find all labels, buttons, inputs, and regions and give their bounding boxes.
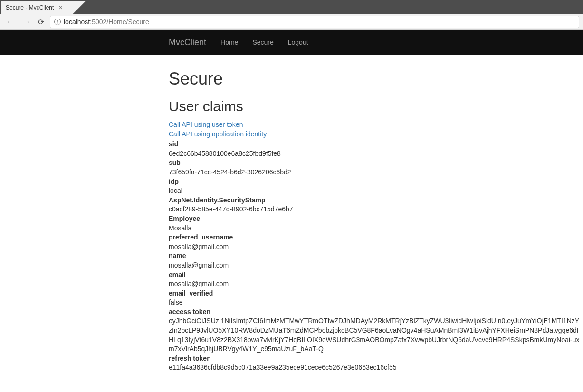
claim-access-token-label: access token <box>169 307 582 317</box>
info-icon[interactable]: i <box>54 19 61 25</box>
claim-refresh-token-value: e11fa4a3636cfdb8c9d5c071a33ee9a235ece91c… <box>169 363 582 373</box>
claim-access-token-value: eyJhbGciOiJSUzI1NiIsImtpZCI6ImMzMTMwYTRm… <box>169 316 582 354</box>
claim-sid-value: 6ed2c66b45880100e6a8c25fbd9f5fe8 <box>169 149 582 159</box>
browser-toolbar: ← → ⟳ i localhost:5002/Home/Secure <box>0 14 583 30</box>
page-subtitle: User claims <box>169 98 582 115</box>
divider <box>169 382 582 382</box>
tab-curve <box>72 1 86 14</box>
claim-name-value: mosalla@gmail.com <box>169 261 582 270</box>
claim-preferred-username-label: preferred_username <box>169 233 582 242</box>
tab-title: Secure - MvcClient <box>6 4 54 11</box>
app-navbar: MvcClient Home Secure Logout <box>0 30 583 55</box>
claim-securitystamp-value: c0acf289-585e-447d-8902-6bc715d7e6b7 <box>169 205 582 214</box>
claim-name-label: name <box>169 251 582 261</box>
nav-home[interactable]: Home <box>220 38 238 46</box>
url-text: localhost:5002/Home/Secure <box>64 18 149 26</box>
claim-sub-label: sub <box>169 158 582 168</box>
claim-idp-label: idp <box>169 177 582 187</box>
claim-refresh-token-label: refresh token <box>169 354 582 363</box>
nav-logout[interactable]: Logout <box>288 38 308 46</box>
claim-idp-value: local <box>169 186 582 196</box>
close-icon[interactable]: × <box>58 4 62 11</box>
claim-sub-value: 73f659fa-71cc-4524-b6d2-3026206c6bd2 <box>169 168 582 177</box>
navbar-brand[interactable]: MvcClient <box>169 38 206 48</box>
claims-list: sid 6ed2c66b45880100e6a8c25fbd9f5fe8 sub… <box>169 140 582 373</box>
main-content: Secure User claims Call API using user t… <box>0 55 583 392</box>
link-api-user-token[interactable]: Call API using user token <box>169 120 582 130</box>
link-api-app-identity[interactable]: Call API using application identity <box>169 130 582 139</box>
address-bar[interactable]: i localhost:5002/Home/Secure <box>50 16 579 28</box>
claim-email-label: email <box>169 270 582 280</box>
claim-preferred-username-value: mosalla@gmail.com <box>169 242 582 252</box>
claim-employee-label: Employee <box>169 214 582 224</box>
claim-sid-label: sid <box>169 140 582 149</box>
nav-secure[interactable]: Secure <box>252 38 273 46</box>
reload-icon[interactable]: ⟳ <box>36 18 46 27</box>
browser-tab-strip: Secure - MvcClient × <box>0 0 583 14</box>
claim-email-verified-label: email_verified <box>169 289 582 298</box>
forward-icon: → <box>20 17 32 27</box>
claim-email-verified-value: false <box>169 298 582 307</box>
claim-securitystamp-label: AspNet.Identity.SecurityStamp <box>169 196 582 205</box>
claim-employee-value: Mosalla <box>169 224 582 233</box>
claim-email-value: mosalla@gmail.com <box>169 279 582 289</box>
page-title: Secure <box>169 69 582 89</box>
browser-tab[interactable]: Secure - MvcClient × <box>1 1 72 14</box>
back-icon[interactable]: ← <box>4 17 16 27</box>
